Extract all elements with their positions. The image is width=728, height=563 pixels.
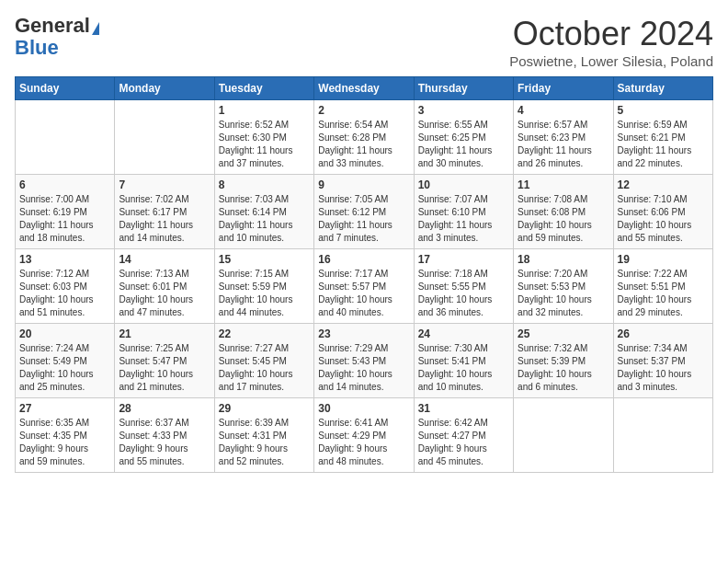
day-number: 9 <box>318 178 409 191</box>
calendar-cell: 8Sunrise: 7:03 AM Sunset: 6:14 PM Daylig… <box>214 175 313 249</box>
day-number: 25 <box>518 327 609 340</box>
day-number: 17 <box>418 253 509 266</box>
calendar-cell <box>115 100 214 175</box>
day-info: Sunrise: 6:59 AM Sunset: 6:21 PM Dayligh… <box>618 119 709 170</box>
calendar-cell: 2Sunrise: 6:54 AM Sunset: 6:28 PM Daylig… <box>314 100 414 175</box>
day-number: 13 <box>19 253 110 266</box>
calendar-cell: 3Sunrise: 6:55 AM Sunset: 6:25 PM Daylig… <box>414 100 513 175</box>
calendar-cell: 26Sunrise: 7:34 AM Sunset: 5:37 PM Dayli… <box>613 324 712 398</box>
day-info: Sunrise: 6:52 AM Sunset: 6:30 PM Dayligh… <box>219 119 310 170</box>
weekday-header: Friday <box>514 77 613 100</box>
calendar-cell: 9Sunrise: 7:05 AM Sunset: 6:12 PM Daylig… <box>314 175 414 249</box>
day-info: Sunrise: 6:37 AM Sunset: 4:33 PM Dayligh… <box>119 417 210 468</box>
calendar-cell: 29Sunrise: 6:39 AM Sunset: 4:31 PM Dayli… <box>214 398 313 473</box>
day-number: 26 <box>618 327 709 340</box>
day-number: 8 <box>219 178 310 191</box>
day-number: 12 <box>618 178 709 191</box>
day-info: Sunrise: 7:08 AM Sunset: 6:08 PM Dayligh… <box>518 193 609 245</box>
month-title: October 2024 <box>509 15 713 53</box>
calendar-cell: 14Sunrise: 7:13 AM Sunset: 6:01 PM Dayli… <box>115 249 214 324</box>
day-number: 2 <box>318 104 409 117</box>
day-number: 27 <box>19 402 110 415</box>
calendar-week-row: 6Sunrise: 7:00 AM Sunset: 6:19 PM Daylig… <box>16 175 713 249</box>
title-area: October 2024 Poswietne, Lower Silesia, P… <box>509 15 713 69</box>
day-info: Sunrise: 7:05 AM Sunset: 6:12 PM Dayligh… <box>318 193 409 245</box>
day-number: 19 <box>618 253 709 266</box>
calendar-cell: 24Sunrise: 7:30 AM Sunset: 5:41 PM Dayli… <box>414 324 513 398</box>
weekday-header: Wednesday <box>314 77 414 100</box>
day-info: Sunrise: 7:13 AM Sunset: 6:01 PM Dayligh… <box>119 268 210 319</box>
day-info: Sunrise: 7:07 AM Sunset: 6:10 PM Dayligh… <box>418 193 509 245</box>
calendar-table: SundayMondayTuesdayWednesdayThursdayFrid… <box>15 76 713 473</box>
day-info: Sunrise: 6:54 AM Sunset: 6:28 PM Dayligh… <box>318 119 409 170</box>
weekday-header: Thursday <box>414 77 513 100</box>
day-number: 20 <box>19 327 110 340</box>
calendar-week-row: 1Sunrise: 6:52 AM Sunset: 6:30 PM Daylig… <box>16 100 713 175</box>
calendar-cell: 23Sunrise: 7:29 AM Sunset: 5:43 PM Dayli… <box>314 324 414 398</box>
calendar-cell: 20Sunrise: 7:24 AM Sunset: 5:49 PM Dayli… <box>16 324 115 398</box>
day-info: Sunrise: 7:22 AM Sunset: 5:51 PM Dayligh… <box>618 268 709 319</box>
calendar-cell: 27Sunrise: 6:35 AM Sunset: 4:35 PM Dayli… <box>16 398 115 473</box>
day-info: Sunrise: 6:42 AM Sunset: 4:27 PM Dayligh… <box>418 417 509 468</box>
day-number: 28 <box>119 402 210 415</box>
day-info: Sunrise: 7:18 AM Sunset: 5:55 PM Dayligh… <box>418 268 509 319</box>
day-info: Sunrise: 7:03 AM Sunset: 6:14 PM Dayligh… <box>219 193 310 245</box>
calendar-week-row: 27Sunrise: 6:35 AM Sunset: 4:35 PM Dayli… <box>16 398 713 473</box>
day-number: 15 <box>219 253 310 266</box>
calendar-cell: 19Sunrise: 7:22 AM Sunset: 5:51 PM Dayli… <box>613 249 712 324</box>
calendar-cell: 30Sunrise: 6:41 AM Sunset: 4:29 PM Dayli… <box>314 398 414 473</box>
calendar-cell: 4Sunrise: 6:57 AM Sunset: 6:23 PM Daylig… <box>514 100 613 175</box>
calendar-cell: 12Sunrise: 7:10 AM Sunset: 6:06 PM Dayli… <box>613 175 712 249</box>
weekday-header-row: SundayMondayTuesdayWednesdayThursdayFrid… <box>16 77 713 100</box>
day-info: Sunrise: 7:24 AM Sunset: 5:49 PM Dayligh… <box>19 342 110 394</box>
calendar-cell: 7Sunrise: 7:02 AM Sunset: 6:17 PM Daylig… <box>115 175 214 249</box>
day-number: 23 <box>318 327 409 340</box>
logo-icon <box>92 22 99 35</box>
calendar-cell: 5Sunrise: 6:59 AM Sunset: 6:21 PM Daylig… <box>613 100 712 175</box>
calendar-cell <box>514 398 613 473</box>
day-info: Sunrise: 7:00 AM Sunset: 6:19 PM Dayligh… <box>19 193 110 245</box>
day-number: 21 <box>119 327 210 340</box>
day-info: Sunrise: 7:02 AM Sunset: 6:17 PM Dayligh… <box>119 193 210 245</box>
day-info: Sunrise: 7:32 AM Sunset: 5:39 PM Dayligh… <box>518 342 609 394</box>
day-info: Sunrise: 6:41 AM Sunset: 4:29 PM Dayligh… <box>318 417 409 468</box>
day-info: Sunrise: 7:29 AM Sunset: 5:43 PM Dayligh… <box>318 342 409 394</box>
day-number: 18 <box>518 253 609 266</box>
calendar-cell: 28Sunrise: 6:37 AM Sunset: 4:33 PM Dayli… <box>115 398 214 473</box>
logo-general: General <box>15 14 90 37</box>
calendar-cell: 22Sunrise: 7:27 AM Sunset: 5:45 PM Dayli… <box>214 324 313 398</box>
day-info: Sunrise: 7:27 AM Sunset: 5:45 PM Dayligh… <box>219 342 310 394</box>
day-info: Sunrise: 6:55 AM Sunset: 6:25 PM Dayligh… <box>418 119 509 170</box>
calendar-cell: 31Sunrise: 6:42 AM Sunset: 4:27 PM Dayli… <box>414 398 513 473</box>
day-number: 14 <box>119 253 210 266</box>
calendar-week-row: 13Sunrise: 7:12 AM Sunset: 6:03 PM Dayli… <box>16 249 713 324</box>
day-number: 31 <box>418 402 509 415</box>
day-number: 16 <box>318 253 409 266</box>
day-info: Sunrise: 7:20 AM Sunset: 5:53 PM Dayligh… <box>518 268 609 319</box>
logo-blue: Blue <box>15 37 99 59</box>
logo-text: General <box>15 15 99 37</box>
day-number: 4 <box>518 104 609 117</box>
day-info: Sunrise: 7:30 AM Sunset: 5:41 PM Dayligh… <box>418 342 509 394</box>
day-info: Sunrise: 6:39 AM Sunset: 4:31 PM Dayligh… <box>219 417 310 468</box>
day-info: Sunrise: 7:25 AM Sunset: 5:47 PM Dayligh… <box>119 342 210 394</box>
day-number: 5 <box>618 104 709 117</box>
day-number: 3 <box>418 104 509 117</box>
weekday-header: Monday <box>115 77 214 100</box>
day-number: 10 <box>418 178 509 191</box>
day-info: Sunrise: 7:10 AM Sunset: 6:06 PM Dayligh… <box>618 193 709 245</box>
weekday-header: Saturday <box>613 77 712 100</box>
calendar-cell: 10Sunrise: 7:07 AM Sunset: 6:10 PM Dayli… <box>414 175 513 249</box>
day-info: Sunrise: 7:12 AM Sunset: 6:03 PM Dayligh… <box>19 268 110 319</box>
day-info: Sunrise: 7:17 AM Sunset: 5:57 PM Dayligh… <box>318 268 409 319</box>
day-info: Sunrise: 7:34 AM Sunset: 5:37 PM Dayligh… <box>618 342 709 394</box>
day-info: Sunrise: 7:15 AM Sunset: 5:59 PM Dayligh… <box>219 268 310 319</box>
header: General Blue October 2024 Poswietne, Low… <box>15 15 713 69</box>
logo: General Blue <box>15 15 99 59</box>
calendar-cell <box>613 398 712 473</box>
day-number: 24 <box>418 327 509 340</box>
calendar-cell: 18Sunrise: 7:20 AM Sunset: 5:53 PM Dayli… <box>514 249 613 324</box>
day-number: 6 <box>19 178 110 191</box>
location-title: Poswietne, Lower Silesia, Poland <box>509 53 713 69</box>
weekday-header: Sunday <box>16 77 115 100</box>
